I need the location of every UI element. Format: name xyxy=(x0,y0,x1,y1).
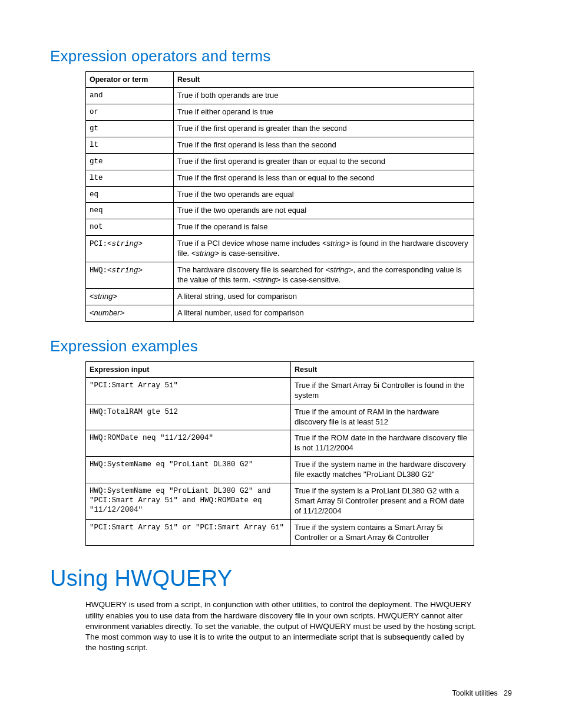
result-cell: True if the operand is false xyxy=(174,219,474,236)
table-row: HWQ:SystemName eq "ProLiant DL380 G2"Tru… xyxy=(86,457,474,483)
result-cell: A literal number, used for comparison xyxy=(174,305,474,321)
table-row: neqTrue if the two operands are not equa… xyxy=(86,203,474,219)
input-cell: HWQ:SystemName eq "ProLiant DL380 G2" an… xyxy=(86,483,291,519)
page-footer: Toolkit utilities 29 xyxy=(50,689,512,697)
operator-cell: gt xyxy=(86,121,174,137)
col-header-result: Result xyxy=(291,361,474,377)
examples-table: Expression input Result "PCI:Smart Array… xyxy=(85,361,474,546)
input-cell: "PCI:Smart Array 5i" xyxy=(86,377,291,404)
result-cell: True if the first operand is less than t… xyxy=(174,137,474,153)
result-cell: True if the system name in the hardware … xyxy=(291,457,474,483)
table-row: gtTrue if the first operand is greater t… xyxy=(86,121,474,137)
col-header-result: Result xyxy=(174,72,474,88)
result-cell: True if the two operands are not equal xyxy=(174,203,474,219)
result-cell: The hardware discovery file is searched … xyxy=(174,262,474,289)
operator-cell: eq xyxy=(86,186,174,203)
body-paragraph: HWQUERY is used from a script, in conjun… xyxy=(85,599,477,653)
input-cell: HWQ:TotalRAM gte 512 xyxy=(86,404,291,430)
operator-cell: lt xyxy=(86,137,174,153)
table-row: lteTrue if the first operand is less tha… xyxy=(86,170,474,186)
result-cell: True if both operands are true xyxy=(174,88,474,104)
table-row: gteTrue if the first operand is greater … xyxy=(86,153,474,170)
operator-cell: or xyxy=(86,104,174,121)
table-row: HWQ:TotalRAM gte 512True if the amount o… xyxy=(86,404,474,430)
result-cell: True if the first operand is less than o… xyxy=(174,170,474,186)
result-cell: True if the system contains a Smart Arra… xyxy=(291,519,474,546)
table-row: <string>A literal string, used for compa… xyxy=(86,288,474,305)
operator-cell: <number> xyxy=(86,305,174,321)
heading-hwquery: Using HWQUERY xyxy=(50,566,512,591)
document-page: Expression operators and terms Operator … xyxy=(0,0,562,728)
heading-operators: Expression operators and terms xyxy=(50,47,512,65)
table-row: <number>A literal number, used for compa… xyxy=(86,305,474,321)
table-row: orTrue if either operand is true xyxy=(86,104,474,121)
table-row: HWQ:SystemName eq "ProLiant DL380 G2" an… xyxy=(86,483,474,519)
operator-cell: lte xyxy=(86,170,174,186)
operator-cell: HWQ:<string> xyxy=(86,262,174,289)
table-row: HWQ:<string>The hardware discovery file … xyxy=(86,262,474,289)
input-cell: "PCI:Smart Array 5i" or "PCI:Smart Array… xyxy=(86,519,291,546)
result-cell: True if the two operands are equal xyxy=(174,186,474,203)
heading-examples: Expression examples xyxy=(50,337,512,355)
footer-page: 29 xyxy=(504,689,512,697)
result-cell: True if the Smart Array 5i Controller is… xyxy=(291,377,474,404)
col-header-operator: Operator or term xyxy=(86,72,174,88)
result-cell: A literal string, used for comparison xyxy=(174,288,474,305)
table-row: ltTrue if the first operand is less than… xyxy=(86,137,474,153)
operators-table: Operator or term Result andTrue if both … xyxy=(85,71,474,322)
table-row: "PCI:Smart Array 5i"True if the Smart Ar… xyxy=(86,377,474,404)
operator-cell: and xyxy=(86,88,174,104)
result-cell: True if the system is a ProLiant DL380 G… xyxy=(291,483,474,519)
input-cell: HWQ:ROMDate neq "11/12/2004" xyxy=(86,430,291,457)
operator-cell: PCI:<string> xyxy=(86,236,174,262)
table-row: eqTrue if the two operands are equal xyxy=(86,186,474,203)
result-cell: True if either operand is true xyxy=(174,104,474,121)
input-cell: HWQ:SystemName eq "ProLiant DL380 G2" xyxy=(86,457,291,483)
operator-cell: neq xyxy=(86,203,174,219)
col-header-input: Expression input xyxy=(86,361,291,377)
result-cell: True if the amount of RAM in the hardwar… xyxy=(291,404,474,430)
result-cell: True if a PCI device whose name includes… xyxy=(174,236,474,262)
table-row: "PCI:Smart Array 5i" or "PCI:Smart Array… xyxy=(86,519,474,546)
result-cell: True if the ROM date in the hardware dis… xyxy=(291,430,474,457)
result-cell: True if the first operand is greater tha… xyxy=(174,121,474,137)
table-row: PCI:<string>True if a PCI device whose n… xyxy=(86,236,474,262)
operator-cell: not xyxy=(86,219,174,236)
table-row: notTrue if the operand is false xyxy=(86,219,474,236)
table-row: HWQ:ROMDate neq "11/12/2004"True if the … xyxy=(86,430,474,457)
footer-label: Toolkit utilities xyxy=(452,689,498,697)
operator-cell: gte xyxy=(86,153,174,170)
result-cell: True if the first operand is greater tha… xyxy=(174,153,474,170)
operator-cell: <string> xyxy=(86,288,174,305)
table-row: andTrue if both operands are true xyxy=(86,88,474,104)
